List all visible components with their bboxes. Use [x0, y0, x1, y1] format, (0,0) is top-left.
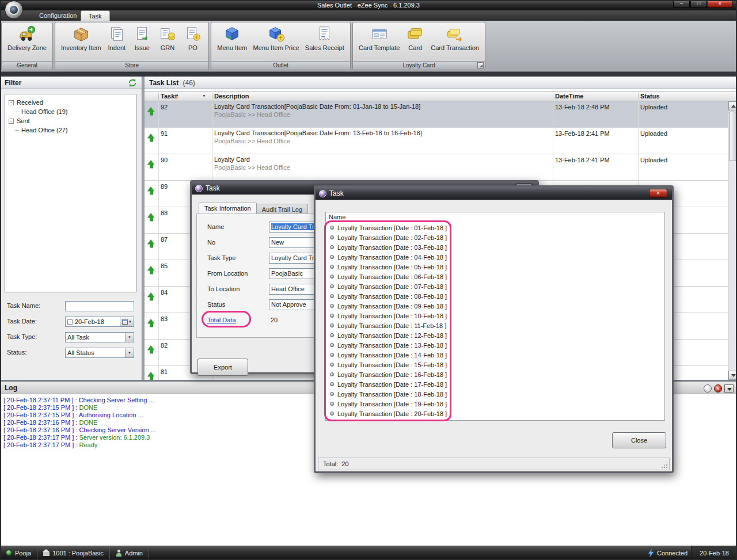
header-separator: [212, 93, 212, 100]
list-item[interactable]: Loyalty Transaction [Date : 05-Feb-18 ]: [326, 262, 664, 272]
vertical-scrollbar[interactable]: [728, 101, 737, 380]
tree-node-received-head-office[interactable]: Head Office (19): [21, 107, 134, 116]
sort-icon[interactable]: ▼: [202, 94, 206, 98]
log-clear-button[interactable]: ×: [714, 384, 722, 393]
list-item[interactable]: Loyalty Transaction [Date : 09-Feb-18 ]: [326, 301, 664, 311]
dropdown-arrow-icon[interactable]: ▼: [125, 348, 134, 357]
tab-configuration[interactable]: Configuration: [32, 10, 84, 21]
list-item[interactable]: Loyalty Transaction [Date : 02-Feb-18 ]: [326, 233, 664, 242]
resize-grip[interactable]: [661, 462, 668, 468]
sales-receipt-button[interactable]: Sales Receipt: [305, 22, 344, 61]
scroll-thumb[interactable]: [729, 112, 736, 161]
tree-node-sent[interactable]: - Sent: [7, 116, 134, 125]
expander-icon[interactable]: -: [9, 119, 14, 124]
bullet-icon: [330, 333, 334, 337]
date-checkbox[interactable]: [67, 319, 73, 325]
column-task-number[interactable]: Task#: [161, 93, 178, 100]
list-item[interactable]: Loyalty Transaction [Date : 20-Feb-18 ]: [326, 409, 664, 418]
list-item[interactable]: Loyalty Transaction [Date : 07-Feb-18 ]: [326, 281, 664, 291]
list-item[interactable]: Loyalty Transaction [Date : 08-Feb-18 ]: [326, 291, 664, 301]
total-data-link[interactable]: Total Data: [207, 317, 236, 323]
indent-button[interactable]: Indent: [107, 22, 127, 61]
menu-item-button[interactable]: Menu Item: [217, 22, 247, 61]
maximize-button[interactable]: □: [690, 0, 707, 8]
list-item[interactable]: Loyalty Transaction [Date : 04-Feb-18 ]: [326, 252, 664, 262]
list-item[interactable]: Loyalty Transaction [Date : 19-Feb-18 ]: [326, 399, 664, 409]
list-item[interactable]: Loyalty Transaction [Date : 03-Feb-18 ]: [326, 242, 664, 252]
loyalty-card-dialog-launcher[interactable]: [477, 62, 484, 68]
list-item[interactable]: Loyalty Transaction [Date : 15-Feb-18 ]: [326, 360, 664, 369]
tab-task[interactable]: Task: [81, 10, 110, 21]
list-item[interactable]: Loyalty Transaction [Date : 01-Feb-18 ]: [326, 223, 664, 233]
list-item[interactable]: Loyalty Transaction [Date : 14-Feb-18 ]: [326, 350, 664, 360]
total-label: Total:: [323, 460, 338, 467]
bullet-icon: [330, 275, 334, 279]
task-date-picker[interactable]: 20-Feb-18 ▼: [65, 317, 134, 327]
dropdown-arrow-icon[interactable]: ▼: [125, 333, 134, 342]
tab-audit-trail-log[interactable]: Audit Trail Log: [257, 204, 308, 214]
task-row[interactable]: 92 Loyalty Card Transaction[PoojaBasic D…: [145, 101, 728, 128]
scroll-up-button[interactable]: [728, 101, 737, 111]
task-row[interactable]: 91 Loyalty Card Transaction[PoojaBasic D…: [145, 128, 728, 154]
card-template-button[interactable]: Card Template: [359, 22, 400, 61]
card-button[interactable]: Card: [405, 22, 425, 61]
status-bar: Pooja 1001 : PoojaBasic Admin Connected …: [0, 546, 737, 560]
bullet-icon: [330, 284, 334, 288]
name-value: Loyalty Card Tra: [271, 223, 318, 230]
card-transaction-button[interactable]: Card Transaction: [431, 22, 479, 61]
close-button[interactable]: ×: [708, 0, 732, 8]
calendar-dropdown-button[interactable]: ▼: [120, 317, 134, 326]
tree-node-received[interactable]: - Received: [7, 98, 134, 107]
document-arrow-icon: [132, 24, 152, 44]
column-status[interactable]: Status: [640, 93, 660, 100]
list-item[interactable]: Loyalty Transaction [Date : 17-Feb-18 ]: [326, 379, 664, 389]
filter-header: Filter: [0, 77, 142, 89]
list-item[interactable]: Loyalty Transaction [Date : 13-Feb-18 ]: [326, 340, 664, 350]
dialog-close-button[interactable]: ×: [649, 189, 667, 198]
to-location-value: Head Office: [271, 285, 305, 292]
list-item[interactable]: Loyalty Transaction [Date : 10-Feb-18 ]: [326, 311, 664, 321]
tab-task-information[interactable]: Task Information: [199, 203, 257, 214]
menu-item-price-label: Menu Item Price: [253, 44, 299, 51]
inventory-item-label: Inventory Item: [61, 44, 101, 51]
dialog-title: Task: [206, 184, 220, 192]
log-options-button[interactable]: [704, 384, 712, 393]
list-item[interactable]: Loyalty Transaction [Date : 06-Feb-18 ]: [326, 272, 664, 281]
task-name-input[interactable]: [65, 301, 134, 311]
inventory-box-icon: [71, 24, 91, 44]
tree-node-sent-head-office[interactable]: Head Office (27): [21, 125, 134, 135]
close-dialog-button[interactable]: Close: [612, 432, 666, 448]
list-item[interactable]: Loyalty Transaction [Date : 16-Feb-18 ]: [326, 369, 664, 379]
po-button[interactable]: PO: [183, 22, 203, 61]
list-item[interactable]: Loyalty Transaction [Date : 11-Feb-18 ]: [326, 321, 664, 330]
inventory-item-button[interactable]: Inventory Item: [61, 22, 101, 61]
log-collapse-button[interactable]: [724, 384, 734, 393]
refresh-icon[interactable]: [128, 78, 137, 87]
bullet-icon: [330, 382, 334, 386]
ribbon: Delivery Zone General Inventory Item Ind…: [0, 21, 737, 72]
upload-arrow-icon: [147, 266, 155, 275]
minimize-button[interactable]: –: [673, 0, 690, 8]
status-value: All Status: [66, 349, 125, 356]
grn-button[interactable]: GRN: [158, 22, 177, 61]
status-select[interactable]: All Status ▼: [65, 348, 134, 358]
column-datetime[interactable]: DateTime: [555, 93, 583, 100]
delivery-zone-label: Delivery Zone: [7, 44, 47, 51]
menu-item-price-button[interactable]: Menu Item Price: [253, 22, 299, 61]
list-item[interactable]: Loyalty Transaction [Date : 12-Feb-18 ]: [326, 330, 664, 340]
bullet-icon: [330, 412, 334, 416]
expander-icon[interactable]: -: [9, 100, 14, 105]
list-item[interactable]: Loyalty Transaction [Date : 18-Feb-18 ]: [326, 389, 664, 399]
log-title: Log: [5, 384, 17, 392]
bullet-icon: [330, 314, 334, 318]
export-button[interactable]: Export: [197, 359, 248, 376]
issue-button[interactable]: Issue: [132, 22, 152, 61]
task-row[interactable]: 90 Loyalty Card PoojaBasic >> Head Offic…: [145, 154, 728, 181]
cube-icon: [222, 24, 242, 44]
scroll-down-button[interactable]: [728, 371, 737, 380]
list-header-name: Name: [326, 212, 664, 223]
column-description[interactable]: Description: [214, 93, 249, 100]
task-type-select[interactable]: All Task ▼: [65, 332, 134, 342]
window-titlebar: Sales Outlet - eZee Sync - 6.1.209.3: [0, 0, 737, 10]
delivery-zone-button[interactable]: Delivery Zone: [7, 22, 47, 61]
